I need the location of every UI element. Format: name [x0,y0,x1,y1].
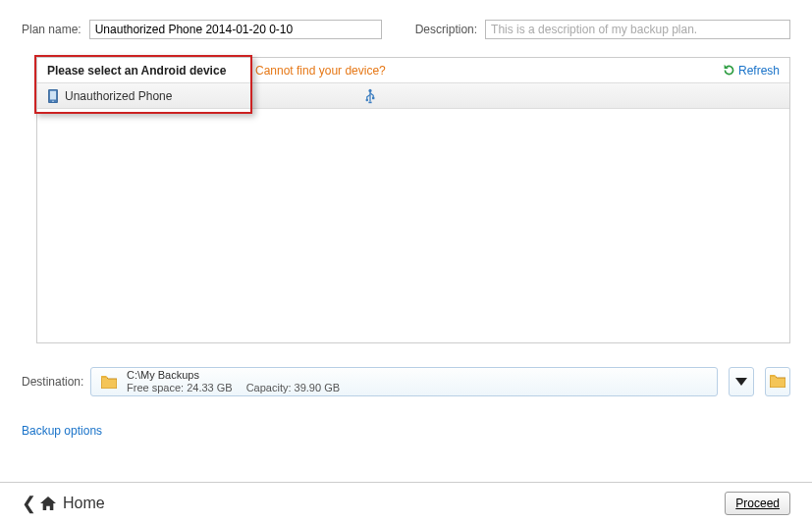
usb-icon [363,88,377,104]
destination-free-space: Free space: 24.33 GB [127,382,233,394]
footer-bar: ❮ Home Proceed [0,482,812,523]
backup-options-link[interactable]: Backup options [22,424,790,438]
svg-rect-1 [50,90,56,99]
destination-capacity: Capacity: 39.90 GB [246,382,340,394]
svg-point-2 [52,100,54,102]
phone-icon [47,89,59,103]
back-button[interactable]: ❮ [22,495,36,512]
device-row[interactable]: Unauthorized Phone [37,83,789,109]
top-form-row: Plan name: Description: [22,20,790,39]
plan-name-label: Plan name: [22,23,81,36]
device-header-prompt: Please select an Android device [37,64,255,78]
home-label: Home [63,495,105,512]
cannot-find-device-link[interactable]: Cannot find your device? [255,64,723,78]
destination-bar[interactable]: C:\My Backups Free space: 24.33 GB Capac… [90,367,718,396]
svg-point-4 [366,98,369,101]
destination-dropdown-button[interactable] [729,367,754,396]
device-selection-panel: Please select an Android device Cannot f… [36,57,790,343]
chevron-down-icon [735,378,747,386]
description-label: Description: [415,23,477,36]
description-input[interactable] [485,20,790,39]
home-icon[interactable] [39,496,57,511]
svg-rect-5 [372,96,374,98]
refresh-button[interactable]: Refresh [723,64,789,78]
device-panel-header: Please select an Android device Cannot f… [37,58,789,83]
destination-info: C:\My Backups Free space: 24.33 GB Capac… [127,369,340,394]
destination-browse-button[interactable] [765,367,790,396]
destination-row: Destination: C:\My Backups Free space: 2… [22,367,790,396]
destination-label: Destination: [22,375,82,389]
proceed-button[interactable]: Proceed [725,492,790,515]
folder-icon [770,374,785,391]
destination-path: C:\My Backups [127,369,340,382]
refresh-icon [723,64,735,77]
plan-name-input[interactable] [89,20,382,39]
device-name: Unauthorized Phone [65,89,172,103]
refresh-label: Refresh [738,64,780,78]
folder-icon [101,375,117,389]
